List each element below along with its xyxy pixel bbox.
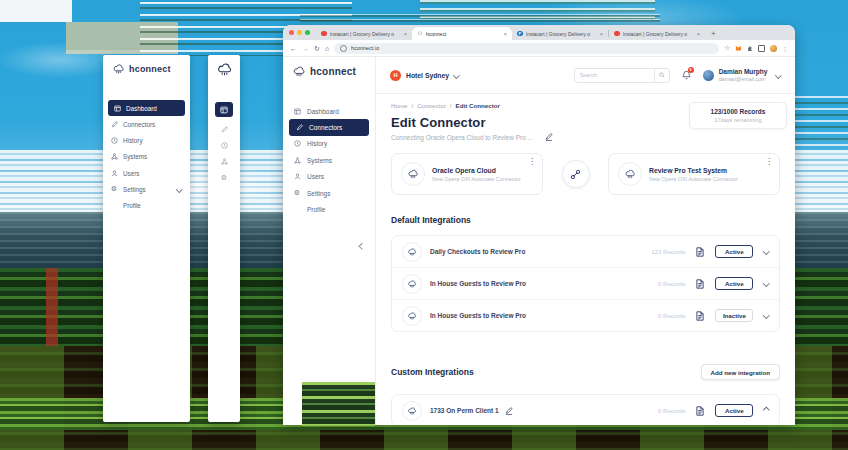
status-button[interactable]: Active: [715, 404, 753, 417]
browser-tab[interactable]: P Instacart | Grocery Delivery o ×: [512, 27, 608, 40]
history-clock-icon: [110, 137, 118, 144]
panel-item-users[interactable]: Users: [103, 165, 190, 181]
tab-close-icon[interactable]: ×: [504, 31, 507, 37]
source-description: New Opera OXI Automate Connector: [432, 176, 521, 182]
reload-button[interactable]: ↻: [314, 45, 320, 52]
rail-item-settings[interactable]: ⚙: [221, 174, 227, 182]
panel-item-dashboard[interactable]: Dashboard: [108, 100, 185, 116]
integration-row[interactable]: 1733 On Perm Client 1 0 Records Active: [392, 395, 779, 425]
sidebar-item-connectors[interactable]: Connectors: [289, 119, 369, 135]
integration-row[interactable]: In House Guests to Review Pro 0 Records …: [392, 268, 779, 300]
history-clock-icon: [293, 140, 301, 147]
url-text: hconnect.io: [351, 45, 379, 51]
notifications-bell-icon[interactable]: 9: [682, 70, 691, 80]
document-icon[interactable]: [696, 247, 704, 257]
chevron-down-icon[interactable]: [763, 280, 769, 286]
dashboard-icon: [113, 105, 121, 112]
edit-pencil-icon[interactable]: [545, 133, 553, 141]
sidebar-item-settings[interactable]: ⚙ Settings: [283, 185, 375, 201]
extension-puzzle-icon[interactable]: [747, 45, 753, 51]
glitch-white-block: [0, 0, 72, 22]
forward-button[interactable]: →: [302, 45, 309, 52]
connection-link-icon[interactable]: [562, 160, 590, 188]
kebab-menu-icon[interactable]: ⋮: [528, 158, 536, 166]
close-window-button[interactable]: [289, 30, 294, 35]
chevron-down-icon[interactable]: [775, 72, 781, 78]
integration-name: In House Guests to Review Pro: [430, 312, 526, 319]
app-sidebar: hconnect Dashboard Connectors History: [283, 57, 376, 425]
add-new-integration-button[interactable]: Add new integration: [701, 364, 780, 380]
search-input[interactable]: [575, 72, 654, 78]
bookmark-star-icon[interactable]: ☆: [724, 44, 730, 52]
browser-tab[interactable]: Instacart | Grocery Delivery o ×: [609, 27, 705, 40]
panel-item-connectors[interactable]: Connectors: [103, 116, 190, 132]
source-system-card[interactable]: Oracle Opera Cloud New Opera OXI Automat…: [391, 153, 543, 195]
browser-tab[interactable]: Instacart | Grocery Delivery o ×: [316, 27, 412, 40]
user-info[interactable]: Damian Murphy damian@email.com: [719, 68, 768, 83]
browser-menu-icon[interactable]: ⋮: [782, 45, 788, 52]
back-button[interactable]: ←: [290, 45, 297, 52]
browser-profile-avatar[interactable]: [770, 45, 777, 52]
search-icon[interactable]: [654, 69, 669, 82]
hotel-name: Hotel Sydney: [406, 72, 449, 79]
integration-row[interactable]: Daily Checkouts to Review Pro 123 Record…: [392, 236, 779, 268]
panel-item-label: Dashboard: [126, 105, 157, 112]
rail-item-history[interactable]: [221, 142, 228, 149]
minimize-window-button[interactable]: [297, 30, 302, 35]
connector-pen-icon: [295, 124, 303, 131]
document-icon[interactable]: [696, 406, 704, 416]
sidebar-item-systems[interactable]: Systems: [283, 152, 375, 168]
rail-item-connectors[interactable]: [221, 126, 228, 133]
instacart-favicon: [614, 31, 620, 37]
metamask-fox-icon[interactable]: [735, 45, 742, 52]
status-button[interactable]: Active: [715, 245, 753, 258]
integration-cloud-icon: [402, 274, 422, 294]
settings-gear-icon: ⚙: [110, 185, 118, 193]
breadcrumb-home[interactable]: Home: [391, 102, 408, 109]
document-icon[interactable]: [696, 311, 704, 321]
tab-close-icon[interactable]: ×: [404, 31, 407, 37]
integration-name-text: 1733 On Perm Client 1: [430, 407, 499, 414]
panel-item-label: Settings: [123, 186, 146, 193]
maximize-window-button[interactable]: [305, 30, 310, 35]
sidebar-toggle-icon[interactable]: [758, 45, 765, 52]
integration-row[interactable]: In House Guests to Review Pro 0 Records …: [392, 300, 779, 331]
site-info-icon[interactable]: [340, 45, 347, 52]
hotel-switcher[interactable]: H Hotel Sydney: [390, 70, 459, 81]
panel-menu: Dashboard Connectors History Systems Use…: [103, 100, 190, 214]
status-button[interactable]: Active: [715, 277, 753, 290]
home-button[interactable]: ⌂: [325, 45, 329, 52]
rail-item-systems[interactable]: [221, 158, 228, 165]
panel-item-settings[interactable]: ⚙ Settings: [103, 181, 190, 197]
sidebar-item-label: Systems: [307, 157, 332, 164]
edit-pencil-icon[interactable]: [505, 407, 513, 415]
search-box[interactable]: [574, 68, 670, 83]
panel-item-systems[interactable]: Systems: [103, 149, 190, 165]
tab-close-icon[interactable]: ×: [600, 31, 603, 37]
chevron-down-icon[interactable]: [763, 248, 769, 254]
kebab-menu-icon[interactable]: ⋮: [765, 158, 773, 166]
browser-tab-active[interactable]: hconnect ×: [412, 27, 512, 40]
sidebar-item-dashboard[interactable]: Dashboard: [283, 103, 375, 119]
page-content: Home / Connector / Edit Connector Edit C…: [376, 94, 795, 425]
breadcrumb-separator: /: [412, 102, 414, 109]
status-button[interactable]: Inactive: [715, 309, 753, 322]
panel-item-profile[interactable]: Profile: [103, 197, 190, 213]
rail-item-dashboard[interactable]: [215, 102, 233, 117]
floating-sidebar-expanded: hconnect Dashboard Connectors History Sy…: [103, 55, 190, 422]
user-avatar[interactable]: [703, 70, 714, 81]
address-bar[interactable]: hconnect.io: [334, 43, 719, 54]
tab-close-icon[interactable]: ×: [697, 31, 700, 37]
sidebar-item-users[interactable]: Users: [283, 169, 375, 185]
sidebar-item-history[interactable]: History: [283, 136, 375, 152]
chevron-down-icon[interactable]: [763, 312, 769, 318]
sidebar-item-profile[interactable]: Profile: [283, 201, 375, 217]
document-icon[interactable]: [696, 279, 704, 289]
chevron-up-icon[interactable]: [763, 407, 769, 413]
systems-nodes-icon: [293, 157, 301, 164]
panel-item-history[interactable]: History: [103, 132, 190, 148]
integration-cloud-icon: [402, 306, 422, 326]
target-system-card[interactable]: Review Pro Test System New Opera OXI Aut…: [608, 153, 780, 195]
new-tab-button[interactable]: +: [711, 29, 716, 38]
breadcrumb-connector[interactable]: Connector: [417, 102, 446, 109]
